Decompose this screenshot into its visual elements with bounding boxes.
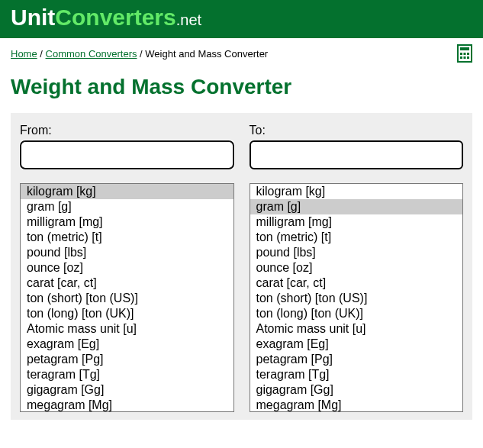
unit-option[interactable]: kilogram [kg] — [250, 184, 463, 199]
from-column: From: kilogram [kg]gram [g]milligram [mg… — [20, 124, 234, 412]
unit-option[interactable]: ton (long) [ton (UK)] — [250, 306, 463, 321]
breadcrumb-home[interactable]: Home — [11, 48, 37, 60]
unit-option[interactable]: Atomic mass unit [u] — [250, 321, 463, 337]
unit-option[interactable]: gigagram [Gg] — [21, 382, 233, 398]
breadcrumb-row: Home / Common Converters / Weight and Ma… — [0, 38, 483, 63]
unit-option[interactable]: gram [g] — [250, 199, 463, 214]
to-input[interactable] — [250, 140, 464, 169]
unit-option[interactable]: exagram [Eg] — [250, 337, 463, 352]
unit-option[interactable]: milligram [mg] — [21, 214, 233, 230]
site-header: UnitConverters.net — [0, 0, 483, 38]
unit-option[interactable]: pound [lbs] — [21, 245, 233, 260]
unit-option[interactable]: megagram [Mg] — [21, 398, 233, 412]
svg-rect-1 — [460, 47, 469, 50]
svg-rect-5 — [460, 56, 462, 59]
site-logo[interactable]: UnitConverters.net — [11, 5, 472, 31]
logo-part-converters: Converters — [55, 5, 175, 30]
unit-option[interactable]: teragram [Tg] — [21, 367, 233, 382]
from-label: From: — [20, 124, 234, 137]
unit-option[interactable]: Atomic mass unit [u] — [21, 321, 233, 337]
svg-rect-3 — [464, 53, 466, 55]
calculator-icon[interactable] — [457, 44, 472, 63]
to-label: To: — [250, 124, 464, 137]
unit-option[interactable]: ton (metric) [t] — [250, 230, 463, 245]
unit-option[interactable]: carat [car, ct] — [21, 276, 233, 291]
unit-option[interactable]: gram [g] — [21, 199, 233, 214]
unit-option[interactable]: exagram [Eg] — [21, 337, 233, 352]
breadcrumb-common[interactable]: Common Converters — [46, 48, 137, 60]
svg-rect-6 — [464, 56, 466, 59]
unit-option[interactable]: ounce [oz] — [250, 260, 463, 276]
unit-option[interactable]: ounce [oz] — [21, 260, 233, 276]
unit-option[interactable]: ton (short) [ton (US)] — [21, 291, 233, 306]
from-input[interactable] — [20, 140, 234, 169]
logo-part-unit: Unit — [11, 5, 55, 30]
unit-option[interactable]: petagram [Pg] — [250, 352, 463, 367]
breadcrumb-sep: / — [137, 48, 145, 60]
unit-option[interactable]: ton (metric) [t] — [21, 230, 233, 245]
from-unit-list[interactable]: kilogram [kg]gram [g]milligram [mg]ton (… — [20, 183, 234, 412]
to-unit-list[interactable]: kilogram [kg]gram [g]milligram [mg]ton (… — [250, 183, 464, 412]
unit-option[interactable]: petagram [Pg] — [21, 352, 233, 367]
unit-option[interactable]: pound [lbs] — [250, 245, 463, 260]
unit-option[interactable]: teragram [Tg] — [250, 367, 463, 382]
unit-option[interactable]: megagram [Mg] — [250, 398, 463, 412]
breadcrumb-sep: / — [37, 48, 46, 60]
unit-option[interactable]: milligram [mg] — [250, 214, 463, 230]
unit-option[interactable]: gigagram [Gg] — [250, 382, 463, 398]
breadcrumb: Home / Common Converters / Weight and Ma… — [11, 48, 268, 60]
logo-part-net: .net — [176, 11, 201, 28]
breadcrumb-current: Weight and Mass Converter — [145, 48, 268, 60]
unit-option[interactable]: carat [car, ct] — [250, 276, 463, 291]
converter-panel: From: kilogram [kg]gram [g]milligram [mg… — [11, 113, 472, 420]
unit-option[interactable]: kilogram [kg] — [21, 184, 233, 199]
svg-rect-7 — [467, 56, 469, 59]
svg-rect-2 — [460, 53, 462, 55]
page-title: Weight and Mass Converter — [0, 63, 483, 113]
to-column: To: kilogram [kg]gram [g]milligram [mg]t… — [250, 124, 464, 412]
unit-option[interactable]: ton (short) [ton (US)] — [250, 291, 463, 306]
unit-option[interactable]: ton (long) [ton (UK)] — [21, 306, 233, 321]
svg-rect-4 — [467, 53, 469, 55]
